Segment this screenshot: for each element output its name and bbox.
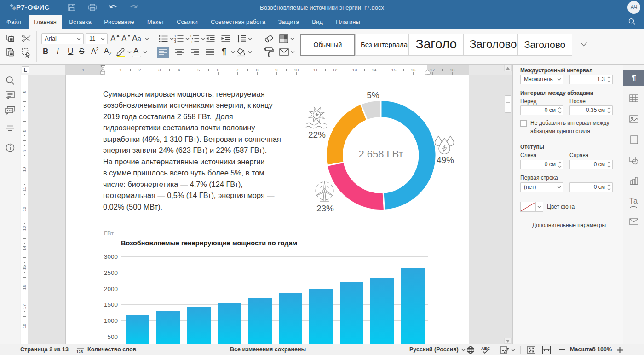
- svg-text:123: 123: [76, 349, 83, 354]
- svg-text:1: 1: [190, 35, 192, 38]
- svg-text:3: 3: [174, 40, 176, 43]
- svg-text:i: i: [192, 40, 193, 43]
- svg-text:ABC: ABC: [481, 346, 490, 351]
